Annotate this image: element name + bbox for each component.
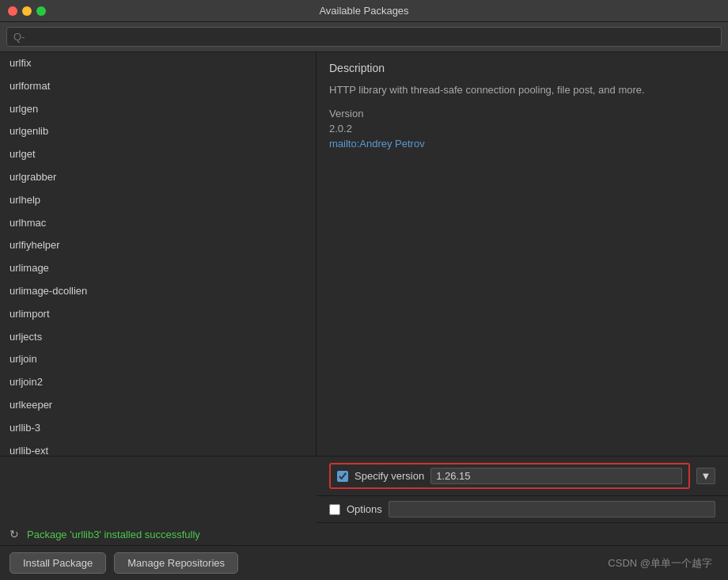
version-number: 2.0.2 bbox=[329, 123, 715, 135]
package-item[interactable]: urlhmac bbox=[0, 212, 316, 235]
traffic-lights bbox=[8, 6, 46, 16]
options-checkbox[interactable] bbox=[329, 504, 340, 515]
package-item[interactable]: urlgen bbox=[0, 98, 316, 121]
package-item[interactable]: urlkeeper bbox=[0, 394, 316, 417]
content-area: urlfixurlformaturlgenurlgenliburlgeturlg… bbox=[0, 52, 728, 456]
window-title: Available Packages bbox=[319, 5, 408, 17]
description-panel: Description HTTP library with thread-saf… bbox=[317, 52, 728, 456]
watermark: CSDN @单单一个越字 bbox=[608, 556, 712, 571]
controls-row: Specify version ▼ bbox=[317, 457, 728, 496]
package-item[interactable]: urlimport bbox=[0, 303, 316, 326]
manage-repositories-button[interactable]: Manage Repositories bbox=[114, 552, 238, 574]
author-link[interactable]: mailto:Andrey Petrov bbox=[329, 138, 715, 150]
description-header: Description bbox=[329, 62, 715, 74]
package-item[interactable]: urlgrabber bbox=[0, 166, 316, 189]
options-row: Options bbox=[317, 496, 728, 523]
status-text: Package 'urllib3' installed successfully bbox=[27, 529, 200, 540]
close-button[interactable] bbox=[8, 6, 17, 16]
options-label: Options bbox=[347, 503, 382, 515]
package-item[interactable]: urllib-ext bbox=[0, 440, 316, 456]
package-item[interactable]: urlgenlib bbox=[0, 120, 316, 143]
package-item[interactable]: urlfiyhelper bbox=[0, 234, 316, 257]
main-container: urlfixurlformaturlgenurlgenliburlgeturlg… bbox=[0, 22, 728, 580]
version-dropdown-button[interactable]: ▼ bbox=[696, 468, 715, 484]
specify-version-row: Specify version bbox=[329, 463, 690, 489]
install-package-button[interactable]: Install Package bbox=[9, 552, 106, 574]
package-item[interactable]: urlfix bbox=[0, 52, 316, 75]
specify-version-checkbox[interactable] bbox=[337, 471, 348, 482]
specify-version-label: Specify version bbox=[355, 470, 424, 482]
package-item[interactable]: urlimage bbox=[0, 257, 316, 280]
refresh-icon[interactable]: ↻ bbox=[9, 528, 19, 540]
status-bar: ↻ Package 'urllib3' installed successful… bbox=[0, 523, 728, 545]
package-item[interactable]: urljoin2 bbox=[0, 371, 316, 394]
package-item[interactable]: urljects bbox=[0, 326, 316, 349]
package-item[interactable]: urlhelp bbox=[0, 189, 316, 212]
version-label: Version bbox=[329, 108, 715, 119]
minimize-button[interactable] bbox=[22, 6, 32, 16]
package-item[interactable]: urlformat bbox=[0, 75, 316, 98]
description-text: HTTP library with thread-safe connection… bbox=[329, 82, 715, 98]
package-item[interactable]: urlget bbox=[0, 143, 316, 166]
package-list: urlfixurlformaturlgenurlgenliburlgeturlg… bbox=[0, 52, 317, 456]
maximize-button[interactable] bbox=[36, 6, 46, 16]
options-input[interactable] bbox=[389, 501, 715, 517]
package-item[interactable]: urlimage-dcollien bbox=[0, 280, 316, 303]
package-item[interactable]: urllib-3 bbox=[0, 417, 316, 440]
search-input[interactable] bbox=[6, 27, 722, 47]
titlebar: Available Packages bbox=[0, 0, 728, 22]
search-bar bbox=[0, 22, 728, 52]
version-value-input[interactable] bbox=[430, 468, 682, 484]
package-item[interactable]: urljoin bbox=[0, 348, 316, 371]
